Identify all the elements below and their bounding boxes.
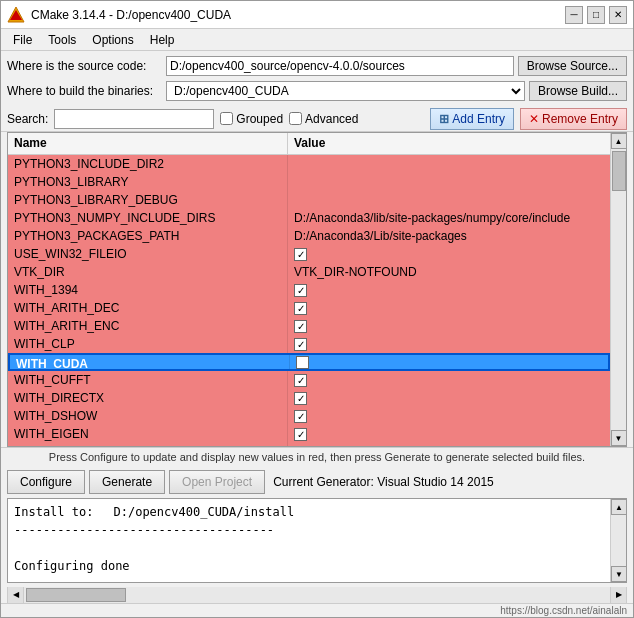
menu-help[interactable]: Help — [142, 31, 183, 48]
search-input[interactable] — [54, 109, 214, 129]
advanced-checkbox[interactable] — [289, 112, 302, 125]
title-bar: CMake 3.14.4 - D:/opencv400_CUDA ─ □ ✕ — [1, 1, 633, 29]
table-row[interactable]: PYTHON3_LIBRARY_DEBUG — [8, 191, 610, 209]
watermark-bar: https://blog.csdn.net/ainalaln — [1, 603, 633, 617]
output-scroll-down[interactable]: ▼ — [611, 566, 627, 582]
scroll-up-arrow[interactable]: ▲ — [611, 133, 627, 149]
main-window: CMake 3.14.4 - D:/opencv400_CUDA ─ □ ✕ F… — [0, 0, 634, 618]
maximize-button[interactable]: □ — [587, 6, 605, 24]
table-row[interactable]: WITH_ARITH_ENC ✓ — [8, 317, 610, 335]
output-line-4: Configuring done — [14, 557, 604, 575]
checkbox-checked: ✓ — [294, 410, 307, 423]
table-row[interactable]: PYTHON3_NUMPY_INCLUDE_DIRS D:/Anaconda3/… — [8, 209, 610, 227]
scroll-down-arrow[interactable]: ▼ — [611, 430, 627, 446]
remove-icon: ✕ — [529, 112, 539, 126]
binaries-row: Where to build the binaries: D:/opencv40… — [7, 80, 627, 102]
table-row[interactable]: USE_WIN32_FILEIO ✓ — [8, 245, 610, 263]
browse-source-button[interactable]: Browse Source... — [518, 56, 627, 76]
scroll-track[interactable] — [611, 149, 627, 430]
checkbox-checked: ✓ — [294, 302, 307, 315]
output-line-1: Install to: D:/opencv400_CUDA/install — [14, 503, 604, 521]
table-row[interactable]: VTK_DIR VTK_DIR-NOTFOUND — [8, 263, 610, 281]
hscroll-right-arrow[interactable]: ▶ — [610, 587, 626, 603]
table-row[interactable]: WITH_1394 ✓ — [8, 281, 610, 299]
menu-options[interactable]: Options — [84, 31, 141, 48]
hscroll-left-arrow[interactable]: ◀ — [8, 587, 24, 603]
close-button[interactable]: ✕ — [609, 6, 627, 24]
table-row-with-cuda[interactable]: WITH_CUDA ✓ — [8, 353, 610, 371]
checkbox-checked: ✓ — [294, 320, 307, 333]
grouped-checkbox[interactable] — [220, 112, 233, 125]
grouped-label: Grouped — [236, 112, 283, 126]
output-scrollbar[interactable]: ▲ ▼ — [610, 499, 626, 582]
output-text: Install to: D:/opencv400_CUDA/install --… — [8, 499, 610, 582]
form-section: Where is the source code: Browse Source.… — [1, 51, 633, 106]
title-bar-left: CMake 3.14.4 - D:/opencv400_CUDA — [7, 6, 231, 24]
table-row[interactable]: PYTHON3_PACKAGES_PATH D:/Anaconda3/Lib/s… — [8, 227, 610, 245]
advanced-label: Advanced — [305, 112, 358, 126]
table-header: Name Value — [8, 133, 610, 155]
browse-build-button[interactable]: Browse Build... — [529, 81, 627, 101]
col-value-header: Value — [288, 133, 610, 154]
table-body: PYTHON3_INCLUDE_DIR2 PYTHON3_LIBRARY PYT… — [8, 155, 610, 446]
status-bar: Press Configure to update and display ne… — [1, 447, 633, 466]
vertical-scrollbar[interactable]: ▲ ▼ — [610, 133, 626, 446]
output-area: Install to: D:/opencv400_CUDA/install --… — [7, 498, 627, 583]
checkbox-checked: ✓ — [296, 356, 309, 369]
generator-label: Current Generator: Visual Studio 14 2015 — [273, 475, 494, 489]
minimize-button[interactable]: ─ — [565, 6, 583, 24]
checkbox-checked: ✓ — [294, 428, 307, 441]
add-icon: ⊞ — [439, 112, 449, 126]
configure-button[interactable]: Configure — [7, 470, 85, 494]
search-row: Search: Grouped Advanced ⊞ Add Entry ✕ R… — [1, 106, 633, 132]
generate-button[interactable]: Generate — [89, 470, 165, 494]
table-row[interactable]: WITH_CUFFT ✓ — [8, 371, 610, 389]
window-title: CMake 3.14.4 - D:/opencv400_CUDA — [31, 8, 231, 22]
table-row[interactable]: WITH_CLP ✓ — [8, 335, 610, 353]
output-line-3 — [14, 539, 604, 557]
source-row: Where is the source code: Browse Source.… — [7, 55, 627, 77]
checkbox-checked: ✓ — [294, 374, 307, 387]
watermark-text: https://blog.csdn.net/ainalaln — [500, 605, 627, 616]
table-row[interactable]: WITH_DIRECTX ✓ — [8, 389, 610, 407]
source-label: Where is the source code: — [7, 59, 162, 73]
checkbox-checked: ✓ — [294, 392, 307, 405]
title-controls: ─ □ ✕ — [565, 6, 627, 24]
advanced-checkbox-label[interactable]: Advanced — [289, 112, 358, 126]
checkbox-checked: ✓ — [294, 338, 307, 351]
grouped-checkbox-label[interactable]: Grouped — [220, 112, 283, 126]
source-input[interactable] — [166, 56, 514, 76]
status-message: Press Configure to update and display ne… — [49, 451, 585, 463]
search-label: Search: — [7, 112, 48, 126]
horizontal-scrollbar[interactable]: ◀ ▶ — [7, 587, 627, 603]
table-row[interactable]: WITH_FFMPEG ✓ — [8, 443, 610, 446]
table-row[interactable]: PYTHON3_LIBRARY — [8, 173, 610, 191]
cmake-table: Name Value PYTHON3_INCLUDE_DIR2 PYTHON3_… — [7, 132, 627, 447]
table-row[interactable]: WITH_ARITH_DEC ✓ — [8, 299, 610, 317]
add-entry-button[interactable]: ⊞ Add Entry — [430, 108, 514, 130]
col-name-header: Name — [8, 133, 288, 154]
table-row[interactable]: WITH_EIGEN ✓ — [8, 425, 610, 443]
open-project-button[interactable]: Open Project — [169, 470, 265, 494]
hscroll-track[interactable] — [24, 587, 610, 603]
binaries-label: Where to build the binaries: — [7, 84, 162, 98]
binaries-select[interactable]: D:/opencv400_CUDA — [166, 81, 525, 101]
output-scroll-up[interactable]: ▲ — [611, 499, 627, 515]
checkbox-checked: ✓ — [294, 284, 307, 297]
menu-bar: File Tools Options Help — [1, 29, 633, 51]
bottom-buttons: Configure Generate Open Project Current … — [1, 466, 633, 498]
checkbox-checked: ✓ — [294, 446, 307, 447]
table-row[interactable]: PYTHON3_INCLUDE_DIR2 — [8, 155, 610, 173]
menu-tools[interactable]: Tools — [40, 31, 84, 48]
scroll-thumb[interactable] — [612, 151, 626, 191]
checkbox-checked: ✓ — [294, 248, 307, 261]
output-line-2: ------------------------------------ — [14, 521, 604, 539]
table-row[interactable]: WITH_DSHOW ✓ — [8, 407, 610, 425]
remove-entry-button[interactable]: ✕ Remove Entry — [520, 108, 627, 130]
menu-file[interactable]: File — [5, 31, 40, 48]
hscroll-thumb[interactable] — [26, 588, 126, 602]
cmake-logo-icon — [7, 6, 25, 24]
